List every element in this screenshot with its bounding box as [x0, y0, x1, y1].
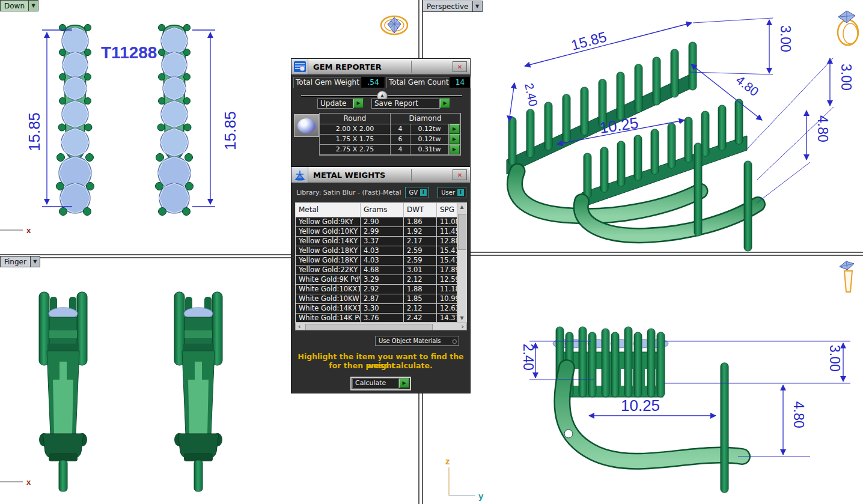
chevron-down-icon[interactable]: ▼: [28, 0, 38, 11]
user-toggle-button[interactable]: User I: [438, 187, 466, 198]
earring-top-view-right[interactable]: [156, 25, 194, 216]
metal-cell[interactable]: White Gold:14KX1: [296, 304, 361, 314]
user-toggle-label[interactable]: User: [441, 189, 455, 196]
update-button[interactable]: Update ▶: [317, 99, 364, 109]
panel-title: METAL WEIGHTS: [308, 167, 411, 183]
metal-weights-titlebar[interactable]: METAL WEIGHTS ✕: [291, 167, 470, 183]
metal-cell[interactable]: Yellow Gold:18KY: [296, 246, 361, 256]
play-icon[interactable]: ▶: [450, 135, 460, 144]
play-icon[interactable]: ▶: [440, 99, 450, 108]
metal-cell[interactable]: Yellow Gold:10KY: [296, 227, 361, 237]
save-report-button[interactable]: Save Report ▶: [371, 99, 450, 109]
use-object-materials-toggle[interactable]: Use Object Materials ○: [375, 336, 459, 346]
update-button-label[interactable]: Update: [317, 99, 353, 109]
metal-cell[interactable]: White Gold:14K PdW: [296, 314, 361, 323]
app-window: 15.85 15.85 T11288 x: [0, 0, 863, 504]
earring-top-view-left[interactable]: [56, 25, 94, 216]
gem-size-cell: 2.75 X 2.75: [320, 145, 391, 155]
gem-reporter-titlebar[interactable]: GEM REPORTER ✕: [291, 59, 470, 75]
grams-cell[interactable]: 2.90: [361, 217, 404, 227]
vertical-scrollbar[interactable]: ▲ ▼: [457, 203, 466, 322]
grams-cell[interactable]: 2.92: [361, 285, 404, 294]
horizontal-scrollbar[interactable]: ‹ ›: [295, 323, 467, 330]
dimension-label: 3.00: [838, 64, 854, 91]
play-icon[interactable]: ▶: [399, 378, 409, 388]
dwt-cell[interactable]: 2.12: [404, 304, 437, 314]
viewport-tab-down[interactable]: Down ▼: [0, 0, 38, 11]
save-report-button-label[interactable]: Save Report: [371, 99, 440, 109]
earring-post[interactable]: [694, 143, 702, 236]
grams-cell[interactable]: 3.37: [361, 237, 404, 246]
calculate-button[interactable]: Calculate ▶: [350, 377, 411, 390]
column-header[interactable]: Metal: [296, 203, 361, 217]
metal-cell[interactable]: White Gold:10KW: [296, 294, 361, 304]
grams-cell[interactable]: 3.29: [361, 275, 404, 285]
gv-toggle-label[interactable]: GV: [409, 189, 418, 196]
toggle-indicator-icon[interactable]: I: [420, 189, 427, 196]
grams-cell[interactable]: 2.99: [361, 227, 404, 237]
grams-cell[interactable]: 3.30: [361, 304, 404, 314]
radio-icon[interactable]: ○: [452, 338, 457, 344]
grams-cell[interactable]: 4.03: [361, 246, 404, 256]
play-icon[interactable]: ▶: [450, 145, 460, 154]
column-header[interactable]: DWT: [404, 203, 437, 217]
scroll-down-icon[interactable]: ▼: [457, 315, 466, 321]
viewport-tab-perspective[interactable]: Perspective ▼: [422, 1, 483, 12]
grams-cell[interactable]: 4.03: [361, 256, 404, 266]
grams-cell[interactable]: 3.76: [361, 314, 404, 323]
metal-cell[interactable]: Yellow Gold:18KY R...: [296, 256, 361, 266]
viewport-tab-label[interactable]: Down: [0, 0, 28, 11]
dwt-cell[interactable]: 2.42: [404, 314, 437, 323]
gem-weight-cell: 0.31tw: [410, 145, 449, 155]
gem-size-cell: 2.00 X 2.00: [320, 124, 391, 135]
viewport-perspective-canvas[interactable]: 15.85 2.40 10.25 4.80 3.00 3.00 4.80: [422, 0, 863, 252]
earring-post[interactable]: [721, 363, 728, 493]
dwt-cell[interactable]: 1.88: [404, 285, 437, 294]
viewport-tab-label[interactable]: Finger: [0, 256, 30, 267]
metal-cell[interactable]: Yellow Gold:14KY: [296, 237, 361, 246]
dwt-cell[interactable]: 2.59: [404, 246, 437, 256]
close-icon[interactable]: ✕: [453, 169, 467, 180]
metal-cell[interactable]: Yellow Gold:9KY: [296, 217, 361, 227]
dwt-cell[interactable]: 1.85: [404, 294, 437, 304]
column-header[interactable]: Grams: [361, 203, 404, 217]
dwt-cell[interactable]: 3.01: [404, 266, 437, 275]
metal-cell[interactable]: White Gold:10KX1: [296, 285, 361, 294]
viewport-tab-label[interactable]: Perspective: [422, 1, 472, 12]
dwt-cell[interactable]: 2.59: [404, 256, 437, 266]
earring-side-view-right[interactable]: [174, 292, 222, 491]
titlebar-spacer: [412, 59, 448, 74]
scroll-right-icon[interactable]: ›: [461, 323, 464, 330]
scrollbar-thumb[interactable]: [458, 214, 466, 250]
dwt-cell[interactable]: 1.92: [404, 227, 437, 237]
dimension-label: 10.25: [621, 396, 660, 414]
earring-side-view-left[interactable]: [39, 292, 87, 491]
grams-cell[interactable]: 2.87: [361, 294, 404, 304]
viewport-tab-finger[interactable]: Finger ▼: [0, 256, 40, 267]
scroll-left-icon[interactable]: ‹: [298, 323, 301, 330]
scrollbar-thumb[interactable]: [305, 324, 433, 330]
chevron-down-icon[interactable]: ▼: [472, 1, 483, 12]
metal-cell[interactable]: White Gold:9K PdW: [296, 275, 361, 285]
viewport-side-canvas[interactable]: 2.40 3.00 4.80 10.25 z y: [422, 256, 863, 504]
play-icon[interactable]: ▶: [353, 99, 364, 108]
total-gem-count-label: Total Gem Count: [386, 77, 451, 88]
scroll-up-icon[interactable]: ▲: [457, 204, 466, 210]
chevron-down-icon[interactable]: ▼: [30, 256, 40, 267]
use-object-materials-label[interactable]: Use Object Materials: [379, 338, 441, 344]
play-icon[interactable]: ▶: [450, 124, 460, 134]
viewport-divider-horizontal-right[interactable]: [422, 252, 863, 256]
dimension-label: 2.40: [520, 344, 536, 371]
toggle-indicator-icon[interactable]: I: [457, 189, 464, 196]
close-icon[interactable]: ✕: [453, 61, 467, 72]
dwt-cell[interactable]: 2.17: [404, 237, 437, 246]
extension-lines: [690, 18, 834, 203]
earring-post[interactable]: [744, 161, 752, 251]
dwt-cell[interactable]: 1.86: [404, 217, 437, 227]
metal-weights-icon: [291, 167, 308, 183]
grams-cell[interactable]: 4.68: [361, 266, 404, 275]
gv-toggle-button[interactable]: GV I: [405, 187, 429, 198]
metal-cell[interactable]: Yellow Gold:22KY: [296, 266, 361, 275]
calculate-button-label[interactable]: Calculate: [352, 378, 399, 389]
dwt-cell[interactable]: 2.12: [404, 275, 437, 285]
